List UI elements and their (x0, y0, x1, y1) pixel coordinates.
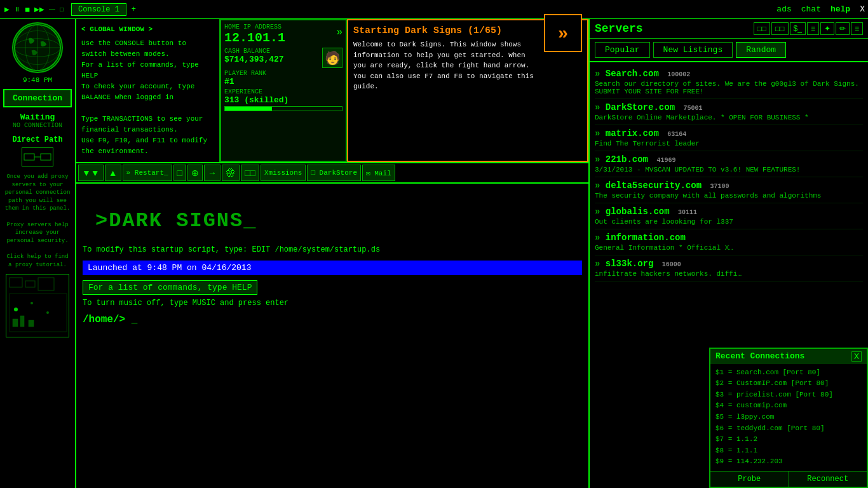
servers-menu-btn[interactable]: ≡ (851, 22, 863, 35)
dark-signs-guide: Starting Dark Signs (1/65) Welcome to Da… (347, 19, 588, 162)
ff-btn[interactable]: ▶▶ (33, 5, 46, 13)
server-name-delta5: » delta5security.com 37100 (595, 180, 863, 191)
minimize-top-btn[interactable]: — (48, 5, 57, 13)
tab-popular[interactable]: Popular (595, 42, 650, 58)
tab-random[interactable]: Random (736, 42, 786, 58)
main-layout: 9:48 PM Connection Waiting NO CONNECTION… (0, 19, 868, 488)
server-name-globalis: » globalis.com 30111 (595, 207, 863, 217)
connection-button[interactable]: Connection (3, 89, 72, 107)
servers-header: Servers □□ □□ $_ ≡ ✦ ✏ ≡ (590, 19, 868, 39)
server-name-221b: » 221b.com 41969 (595, 154, 863, 165)
conn-entry-2[interactable]: $2 = CustomIP.com [Port 80] (715, 378, 862, 390)
recent-connections-popup: Recent Connections X $1 = Search.com [Po… (709, 348, 868, 488)
conn-entry-5[interactable]: $5 = l3ppy.com (715, 412, 862, 423)
launch-bar: Launched at 9:48 PM on 04/16/2013 (83, 261, 582, 275)
svg-point-15 (31, 302, 33, 304)
global-window-text: Use the CONSOLE button to switch between… (81, 38, 214, 158)
server-entry-221b[interactable]: » 221b.com 41969 3/31/2013 - MVSCAN UPDA… (595, 151, 863, 177)
server-entry-search[interactable]: » Search.com 100002 Search our directory… (595, 65, 863, 99)
console-tab[interactable]: Console 1 (71, 3, 126, 16)
close-link[interactable]: X (860, 4, 865, 14)
rank-value: #1 (224, 77, 266, 86)
darkstore-btn[interactable]: □ DarkStore (307, 165, 361, 181)
conn-entry-8[interactable]: $8 = 1.1.1 (715, 445, 862, 457)
pause-btn[interactable]: ⏸ (13, 5, 22, 13)
toolbar-arrow-btn[interactable]: → (204, 165, 220, 181)
server-entry-matrix[interactable]: » matrix.com 63164 Find The Terrorist le… (595, 125, 863, 151)
xmissions-btn[interactable]: Xmissions (261, 165, 306, 181)
top-right-links: ads chat help X (776, 4, 865, 14)
conn-entry-4[interactable]: $4 = customip.com (715, 400, 862, 412)
servers-icon-2[interactable]: □□ (771, 22, 789, 35)
reconnect-btn[interactable]: Reconnect (789, 471, 867, 487)
guide-arrow-btn[interactable]: » (544, 14, 582, 52)
server-desc-information: General Information * Official X… (595, 244, 863, 252)
toolbar-dual-btn[interactable]: □□ (241, 165, 259, 181)
chat-link[interactable]: chat (801, 4, 821, 14)
servers-icon-3[interactable]: ≡ (807, 22, 819, 35)
server-entry-globalis[interactable]: » globalis.com 30111 Out clients are loo… (595, 203, 863, 229)
svg-rect-6 (24, 154, 34, 160)
global-home-row: < GLOBAL WINDOW > Use the CONSOLE button… (76, 19, 588, 163)
play-btn[interactable]: ▶ (3, 5, 11, 13)
exp-bar (224, 106, 342, 111)
maximize-top-btn[interactable]: □ (58, 5, 65, 13)
exp-label: EXPERIENCE (224, 88, 342, 95)
servers-terminal-btn[interactable]: $_ (790, 22, 806, 35)
svg-point-14 (14, 308, 18, 311)
global-window-title: < GLOBAL WINDOW > (81, 24, 214, 36)
command-prompt[interactable]: /home/> _ (83, 314, 582, 325)
recent-conn-close-btn[interactable]: X (851, 351, 862, 362)
player-avatar: 🧑 (322, 48, 342, 68)
console-main[interactable]: >DARK SIGNS_ To modify this startup scri… (76, 184, 588, 488)
home-double-arrow[interactable]: » (336, 27, 342, 38)
toolbar-crosshair-btn[interactable]: ⊕ (187, 165, 203, 181)
server-desc-221b: 3/31/2013 - MVSCAN UPDATED TO v3.6! NEW … (595, 166, 863, 173)
cash-value: $714,393,427 (224, 55, 284, 64)
stop-btn[interactable]: ◼ (24, 5, 31, 13)
tab-new-listings[interactable]: New Listings (653, 42, 733, 58)
server-desc-darkstore: DarkStore Online Marketplace. * OPEN FOR… (595, 114, 863, 121)
guide-text: Welcome to Dark Signs. This window shows… (353, 39, 538, 92)
left-sidebar: 9:48 PM Connection Waiting NO CONNECTION… (0, 19, 76, 488)
mail-btn[interactable]: ✉ Mail (362, 165, 395, 181)
recent-conn-list: $1 = Search.com [Port 80] $2 = CustomIP.… (710, 364, 867, 471)
conn-entry-6[interactable]: $6 = teddydd.com [Port 80] (715, 423, 862, 435)
conn-entry-7[interactable]: $7 = 1.1.2 (715, 434, 862, 445)
proxy-info-text: Once you add proxy servers to your perso… (3, 173, 72, 269)
probe-btn[interactable]: Probe (710, 471, 789, 487)
server-desc-delta5: The security company with all passwords … (595, 192, 863, 200)
server-entry-delta5[interactable]: » delta5security.com 37100 The security … (595, 177, 863, 203)
dark-signs-logo: >DARK SIGNS_ (95, 209, 582, 233)
ads-link[interactable]: ads (776, 4, 791, 14)
toolbar-up-btn[interactable]: ▲ (105, 165, 121, 181)
home-info-box: HOME IP ADDRESS 12.101.1 » CASH BALANCE … (220, 19, 347, 162)
conn-entry-3[interactable]: $3 = pricelist.com [Port 80] (715, 390, 862, 401)
server-desc-sl33k: infiltrate hackers networks. diffi… (595, 270, 863, 278)
minimap-svg (6, 274, 69, 337)
conn-entry-9[interactable]: $9 = 114.232.203 (715, 456, 862, 468)
server-name-information: » information.com (595, 233, 863, 243)
servers-edit-btn[interactable]: ✏ (836, 22, 850, 35)
server-entry-sl33k[interactable]: » sl33k.org 16000 infiltrate hackers net… (595, 255, 863, 281)
toolbar-restart-btn[interactable]: » Restart_ (123, 165, 172, 181)
servers-star-btn[interactable]: ✦ (820, 22, 834, 35)
conn-entry-1[interactable]: $1 = Search.com [Port 80] (715, 367, 862, 379)
servers-icon-1[interactable]: □□ (754, 22, 771, 35)
server-entry-darkstore[interactable]: » DarkStore.com 75001 DarkStore Online M… (595, 99, 863, 125)
top-bar: ▶ ⏸ ◼ ▶▶ — □ Console 1 + ads chat help X (0, 0, 868, 19)
help-link[interactable]: help (831, 4, 850, 14)
servers-title: Servers (595, 22, 643, 35)
server-entry-information[interactable]: » information.com General Information * … (595, 229, 863, 255)
media-controls: ▶ ⏸ ◼ ▶▶ — □ (3, 5, 65, 13)
toolbar: ▼▼ ▲ » Restart_ □ ⊕ → 🏵 □□ Xmissions □ D… (76, 163, 588, 184)
rank-label: PLAYER RANK (224, 70, 266, 77)
server-desc-search: Search our directory of sites. We are th… (595, 80, 863, 95)
toolbar-window-btn[interactable]: □ (173, 165, 186, 181)
help-prompt: For a list of commands, type HELP (83, 280, 257, 295)
server-name-matrix: » matrix.com 63164 (595, 128, 863, 139)
console-plus-btn[interactable]: + (132, 5, 136, 14)
toolbar-badge-btn[interactable]: 🏵 (222, 165, 240, 181)
svg-rect-18 (20, 316, 24, 327)
toolbar-collapse-btn[interactable]: ▼▼ (78, 165, 104, 181)
